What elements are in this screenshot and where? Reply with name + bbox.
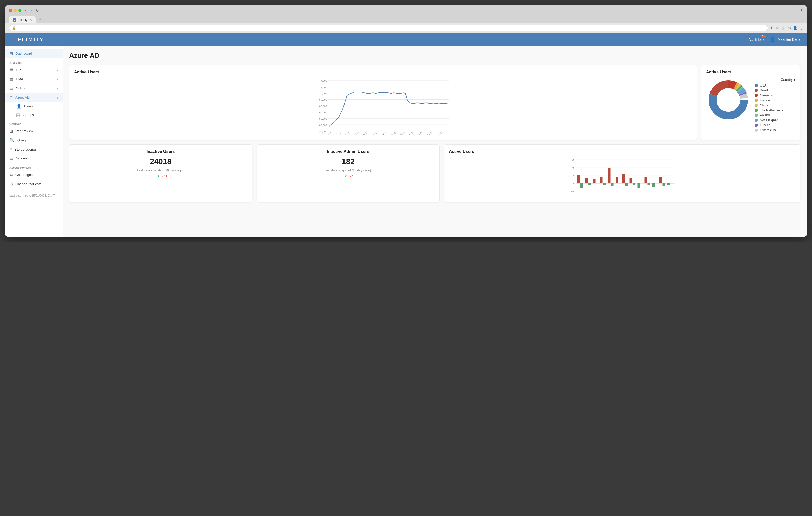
sidebar-dashboard-label: Dashboard [16, 52, 58, 55]
sidebar-subitem-groups[interactable]: ▤ Groups [5, 111, 62, 119]
forward-btn[interactable]: › [30, 8, 33, 13]
sidebar: ⊞ Dashboard Analytics ▤ HR ▾ ▤ Okta ▾ ▤ … [5, 46, 63, 237]
svg-text:12-04-22: 12-04-22 [360, 131, 368, 135]
sidebar-item-change-requests[interactable]: ⊙ Change requests [5, 179, 62, 188]
browser-options-icon[interactable]: ⋮ [800, 26, 803, 30]
scopes-icon: ▤ [9, 156, 13, 161]
svg-text:14-08-22: 14-08-22 [397, 131, 406, 135]
new-tab-btn[interactable]: + [37, 16, 44, 23]
tab-close-btn[interactable]: ✕ [30, 18, 32, 22]
svg-text:12-03-22: 12-03-22 [351, 131, 360, 135]
share-icon[interactable]: ⬆ [770, 26, 773, 30]
legend-dot-poland [755, 114, 758, 117]
inactive-users-card: Inactive Users 24018 Last data snapshot … [69, 144, 253, 202]
close-window-btn[interactable] [9, 9, 12, 12]
browser-titlebar: ‹ › ↻ ⋮ [5, 5, 807, 16]
legend-label-netherlands: The Netherlands [760, 109, 783, 112]
legend-dot-greece [755, 124, 758, 127]
donut-chart-wrapper [706, 78, 751, 123]
svg-text:0: 0 [573, 182, 575, 185]
svg-rect-63 [626, 183, 628, 186]
chevron-down-icon: ▾ [794, 78, 795, 82]
minimize-window-btn[interactable] [13, 9, 17, 12]
sidebar-item-github[interactable]: ▤ GitHub ▾ [5, 84, 62, 93]
active-users-donut-card: Active Users [701, 65, 801, 140]
legend-label-usa: USA [760, 84, 766, 87]
browser-addressbar: 🔒 ⬆ ☆ ⚡ ▭ 👤 ⋮ [5, 23, 807, 33]
inactive-admin-value: 182 [262, 157, 435, 166]
svg-text:13-06-22: 13-06-22 [379, 131, 388, 135]
active-tab[interactable]: E Elimity ✕ [9, 17, 36, 23]
svg-text:72,000: 72,000 [319, 86, 327, 89]
maximize-window-btn[interactable] [18, 9, 22, 12]
svg-rect-56 [593, 179, 596, 183]
active-users-line-card: Active Users [69, 65, 697, 140]
sidebar-item-query[interactable]: 🔍 Query [5, 136, 62, 145]
page-options-btn[interactable]: ⋮ [795, 53, 801, 59]
sidebar-item-hr[interactable]: ▤ HR ▾ [5, 65, 62, 74]
window-controls[interactable] [9, 9, 22, 12]
inactive-users-value: 24018 [74, 157, 248, 166]
country-filter-dropdown[interactable]: Country ▾ [755, 78, 795, 82]
page-title: Azure AD [69, 52, 99, 60]
donut-svg [706, 78, 751, 122]
refresh-btn[interactable]: ↻ [35, 8, 40, 13]
tab-favicon: E [12, 18, 16, 22]
back-btn[interactable]: ‹ [24, 8, 27, 13]
legend-label-france: France [760, 98, 770, 102]
nav-toggle-btn[interactable]: ☰ [10, 37, 14, 42]
stored-queries-icon: ≡ [9, 147, 12, 152]
hr-icon: ▤ [9, 67, 13, 72]
legend-item-france: France [755, 98, 795, 102]
browser-menu-btn[interactable]: ⋮ [800, 9, 803, 12]
svg-point-41 [717, 88, 740, 112]
svg-rect-72 [667, 183, 670, 185]
sidebar-groups-label: Groups [23, 113, 34, 117]
legend-dot-usa [755, 84, 758, 87]
github-chevron-icon: ▾ [57, 87, 58, 90]
donut-legend: Country ▾ USA Brazil [755, 78, 795, 133]
sidebar-icon[interactable]: ▭ [787, 26, 791, 30]
svg-rect-58 [603, 183, 606, 185]
access-reviews-section-header: Access reviews [5, 163, 62, 170]
sidebar-azure-ad-label: Azure AD [15, 95, 54, 99]
sidebar-subitem-users[interactable]: 👤 Users [5, 102, 62, 111]
groups-icon: ▤ [16, 113, 20, 117]
sidebar-users-label: Users [24, 104, 33, 108]
svg-text:62,000: 62,000 [319, 117, 327, 120]
sidebar-peer-review-label: Peer review [16, 129, 58, 133]
profile-icon[interactable]: 👤 [793, 26, 798, 30]
legend-dot-brazil [755, 89, 758, 92]
legend-label-china: China [760, 103, 768, 107]
extensions-icon[interactable]: ⚡ [781, 26, 785, 30]
inbox-button[interactable]: 🗂 9+ Inbox [748, 37, 764, 42]
app-header: ☰ ELIMITY 🗂 9+ Inbox 👤 Maarten Decat [5, 33, 807, 46]
sidebar-item-okta[interactable]: ▤ Okta ▾ [5, 74, 62, 84]
sidebar-item-scopes[interactable]: ▤ Scopes [5, 154, 62, 163]
browser-tab-bar: E Elimity ✕ + [5, 16, 807, 23]
app-body: ⊞ Dashboard Analytics ▤ HR ▾ ▤ Okta ▾ ▤ … [5, 46, 807, 237]
sidebar-query-label: Query [17, 138, 58, 142]
header-actions: 🗂 9+ Inbox 👤 Maarten Decat [748, 36, 802, 42]
sidebar-footer: Last data import: 15/01/2023, 03:47 [5, 191, 62, 200]
sidebar-item-stored-queries[interactable]: ≡ Stored queries [5, 145, 62, 154]
sidebar-item-peer-review[interactable]: ⊞ Peer review [5, 126, 62, 136]
user-menu-button[interactable]: 👤 Maarten Decat [770, 36, 802, 42]
legend-item-not-assigned: Not assigned [755, 118, 795, 122]
address-bar[interactable]: 🔒 [9, 25, 768, 31]
legend-item-greece: Greece [755, 123, 795, 127]
sidebar-item-dashboard[interactable]: ⊞ Dashboard [5, 49, 62, 58]
inactive-admin-title: Inactive Admin Users [262, 149, 435, 154]
top-cards-row: Active Users [69, 65, 801, 140]
svg-rect-65 [633, 183, 635, 185]
active-users-donut-title: Active Users [706, 70, 795, 74]
controls-section-header: Controls [5, 119, 62, 126]
legend-item-brazil: Brazil [755, 89, 795, 92]
sidebar-item-campaigns[interactable]: ≋ Campaigns [5, 170, 62, 179]
svg-text:16-12-22: 16-12-22 [435, 131, 443, 135]
bookmark-icon[interactable]: ☆ [775, 26, 779, 30]
legend-label-others: Others (12) [760, 128, 776, 132]
legend-dot-not-assigned [755, 119, 758, 122]
svg-text:20: 20 [572, 174, 575, 177]
sidebar-item-azure-ad[interactable]: ◇ Azure AD ▴ [5, 93, 62, 102]
